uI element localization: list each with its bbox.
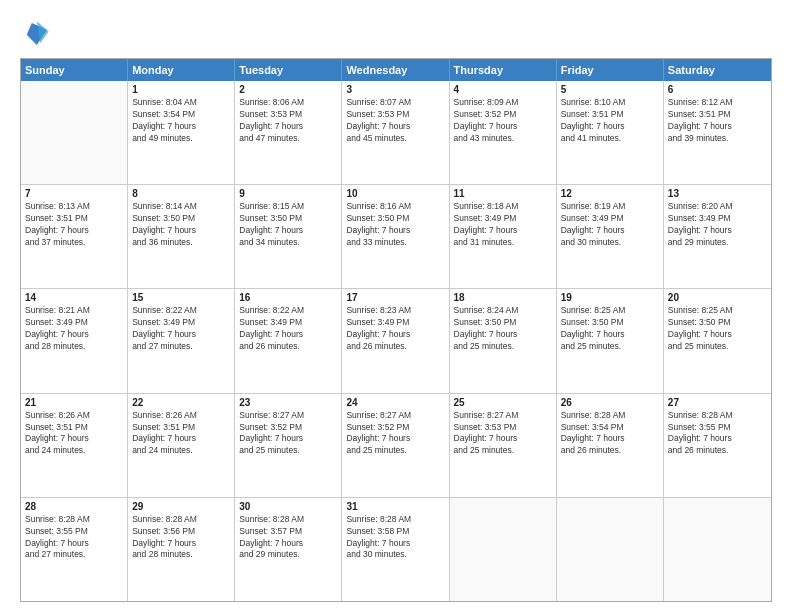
daylight-text-2: and 26 minutes.	[239, 341, 337, 353]
sunset-text: Sunset: 3:51 PM	[25, 422, 123, 434]
calendar-body: 1Sunrise: 8:04 AMSunset: 3:54 PMDaylight…	[21, 81, 771, 601]
sunset-text: Sunset: 3:49 PM	[454, 213, 552, 225]
sunset-text: Sunset: 3:51 PM	[132, 422, 230, 434]
calendar-cell: 31Sunrise: 8:28 AMSunset: 3:58 PMDayligh…	[342, 498, 449, 601]
daylight-text-1: Daylight: 7 hours	[454, 329, 552, 341]
calendar-cell: 5Sunrise: 8:10 AMSunset: 3:51 PMDaylight…	[557, 81, 664, 184]
daylight-text-2: and 30 minutes.	[346, 549, 444, 561]
day-number: 26	[561, 397, 659, 408]
calendar-cell: 29Sunrise: 8:28 AMSunset: 3:56 PMDayligh…	[128, 498, 235, 601]
day-number: 4	[454, 84, 552, 95]
calendar-cell: 15Sunrise: 8:22 AMSunset: 3:49 PMDayligh…	[128, 289, 235, 392]
sunrise-text: Sunrise: 8:10 AM	[561, 97, 659, 109]
calendar-cell: 26Sunrise: 8:28 AMSunset: 3:54 PMDayligh…	[557, 394, 664, 497]
day-number: 12	[561, 188, 659, 199]
daylight-text-2: and 28 minutes.	[132, 549, 230, 561]
calendar-cell	[557, 498, 664, 601]
day-number: 15	[132, 292, 230, 303]
calendar-week-5: 28Sunrise: 8:28 AMSunset: 3:55 PMDayligh…	[21, 498, 771, 601]
day-number: 19	[561, 292, 659, 303]
daylight-text-2: and 25 minutes.	[454, 341, 552, 353]
daylight-text-2: and 25 minutes.	[454, 445, 552, 457]
calendar-cell: 4Sunrise: 8:09 AMSunset: 3:52 PMDaylight…	[450, 81, 557, 184]
daylight-text-2: and 25 minutes.	[561, 341, 659, 353]
calendar-header: Sunday Monday Tuesday Wednesday Thursday…	[21, 59, 771, 81]
calendar-cell: 2Sunrise: 8:06 AMSunset: 3:53 PMDaylight…	[235, 81, 342, 184]
sunset-text: Sunset: 3:49 PM	[561, 213, 659, 225]
sunset-text: Sunset: 3:51 PM	[668, 109, 767, 121]
sunrise-text: Sunrise: 8:07 AM	[346, 97, 444, 109]
calendar-cell: 10Sunrise: 8:16 AMSunset: 3:50 PMDayligh…	[342, 185, 449, 288]
header-saturday: Saturday	[664, 59, 771, 81]
day-number: 18	[454, 292, 552, 303]
daylight-text-1: Daylight: 7 hours	[561, 329, 659, 341]
daylight-text-2: and 25 minutes.	[239, 445, 337, 457]
calendar-cell: 19Sunrise: 8:25 AMSunset: 3:50 PMDayligh…	[557, 289, 664, 392]
daylight-text-1: Daylight: 7 hours	[346, 329, 444, 341]
sunrise-text: Sunrise: 8:28 AM	[239, 514, 337, 526]
sunset-text: Sunset: 3:55 PM	[668, 422, 767, 434]
day-number: 29	[132, 501, 230, 512]
calendar-cell	[664, 498, 771, 601]
calendar-cell: 20Sunrise: 8:25 AMSunset: 3:50 PMDayligh…	[664, 289, 771, 392]
sunset-text: Sunset: 3:51 PM	[561, 109, 659, 121]
daylight-text-1: Daylight: 7 hours	[668, 433, 767, 445]
calendar-cell: 23Sunrise: 8:27 AMSunset: 3:52 PMDayligh…	[235, 394, 342, 497]
day-number: 5	[561, 84, 659, 95]
day-number: 21	[25, 397, 123, 408]
day-number: 13	[668, 188, 767, 199]
daylight-text-1: Daylight: 7 hours	[239, 433, 337, 445]
daylight-text-1: Daylight: 7 hours	[454, 121, 552, 133]
day-number: 23	[239, 397, 337, 408]
daylight-text-2: and 28 minutes.	[25, 341, 123, 353]
day-number: 2	[239, 84, 337, 95]
day-number: 14	[25, 292, 123, 303]
calendar-cell: 3Sunrise: 8:07 AMSunset: 3:53 PMDaylight…	[342, 81, 449, 184]
daylight-text-2: and 30 minutes.	[561, 237, 659, 249]
day-number: 17	[346, 292, 444, 303]
sunset-text: Sunset: 3:50 PM	[346, 213, 444, 225]
calendar-cell: 13Sunrise: 8:20 AMSunset: 3:49 PMDayligh…	[664, 185, 771, 288]
daylight-text-1: Daylight: 7 hours	[25, 329, 123, 341]
sunset-text: Sunset: 3:53 PM	[239, 109, 337, 121]
calendar-week-4: 21Sunrise: 8:26 AMSunset: 3:51 PMDayligh…	[21, 394, 771, 498]
calendar-week-2: 7Sunrise: 8:13 AMSunset: 3:51 PMDaylight…	[21, 185, 771, 289]
calendar-cell: 17Sunrise: 8:23 AMSunset: 3:49 PMDayligh…	[342, 289, 449, 392]
daylight-text-1: Daylight: 7 hours	[25, 433, 123, 445]
sunset-text: Sunset: 3:52 PM	[454, 109, 552, 121]
sunset-text: Sunset: 3:49 PM	[346, 317, 444, 329]
daylight-text-1: Daylight: 7 hours	[346, 538, 444, 550]
calendar-cell: 16Sunrise: 8:22 AMSunset: 3:49 PMDayligh…	[235, 289, 342, 392]
sunrise-text: Sunrise: 8:21 AM	[25, 305, 123, 317]
day-number: 24	[346, 397, 444, 408]
daylight-text-1: Daylight: 7 hours	[25, 225, 123, 237]
daylight-text-1: Daylight: 7 hours	[346, 225, 444, 237]
sunrise-text: Sunrise: 8:23 AM	[346, 305, 444, 317]
calendar-cell: 27Sunrise: 8:28 AMSunset: 3:55 PMDayligh…	[664, 394, 771, 497]
daylight-text-1: Daylight: 7 hours	[132, 538, 230, 550]
sunrise-text: Sunrise: 8:28 AM	[668, 410, 767, 422]
sunrise-text: Sunrise: 8:27 AM	[239, 410, 337, 422]
sunrise-text: Sunrise: 8:16 AM	[346, 201, 444, 213]
daylight-text-2: and 26 minutes.	[561, 445, 659, 457]
calendar-cell: 22Sunrise: 8:26 AMSunset: 3:51 PMDayligh…	[128, 394, 235, 497]
header-thursday: Thursday	[450, 59, 557, 81]
sunset-text: Sunset: 3:50 PM	[668, 317, 767, 329]
daylight-text-2: and 31 minutes.	[454, 237, 552, 249]
daylight-text-2: and 33 minutes.	[346, 237, 444, 249]
daylight-text-2: and 39 minutes.	[668, 133, 767, 145]
sunrise-text: Sunrise: 8:19 AM	[561, 201, 659, 213]
sunset-text: Sunset: 3:52 PM	[346, 422, 444, 434]
sunset-text: Sunset: 3:50 PM	[454, 317, 552, 329]
day-number: 16	[239, 292, 337, 303]
daylight-text-2: and 26 minutes.	[346, 341, 444, 353]
sunrise-text: Sunrise: 8:06 AM	[239, 97, 337, 109]
day-number: 22	[132, 397, 230, 408]
sunset-text: Sunset: 3:58 PM	[346, 526, 444, 538]
daylight-text-2: and 25 minutes.	[668, 341, 767, 353]
calendar-cell: 30Sunrise: 8:28 AMSunset: 3:57 PMDayligh…	[235, 498, 342, 601]
sunrise-text: Sunrise: 8:26 AM	[132, 410, 230, 422]
sunset-text: Sunset: 3:52 PM	[239, 422, 337, 434]
day-number: 30	[239, 501, 337, 512]
daylight-text-2: and 45 minutes.	[346, 133, 444, 145]
